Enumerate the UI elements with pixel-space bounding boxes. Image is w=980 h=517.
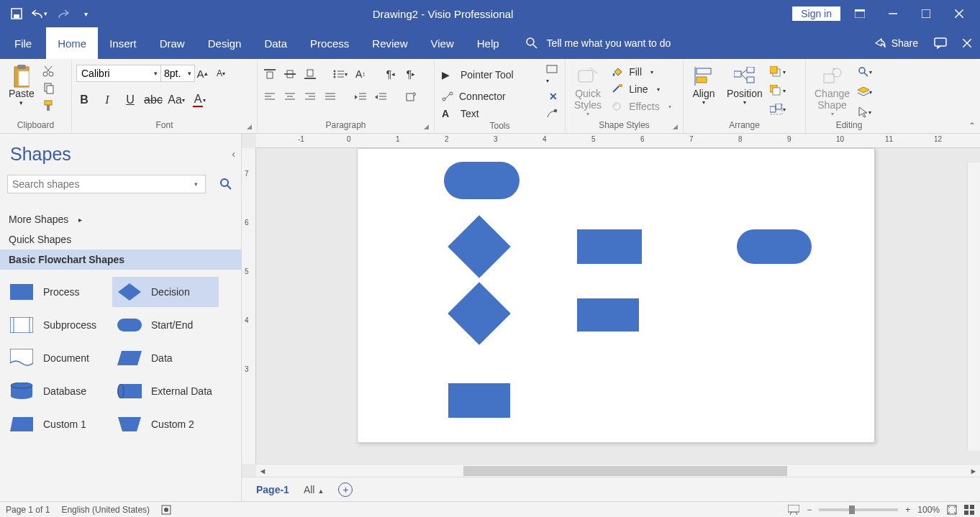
tell-me-search[interactable]: Tell me what you want to do: [525, 27, 671, 59]
tab-design[interactable]: Design: [196, 27, 253, 59]
align-button[interactable]: Align▾: [688, 62, 720, 106]
tab-data[interactable]: Data: [253, 27, 299, 59]
decrease-indent-button[interactable]: [353, 89, 368, 105]
copy-button[interactable]: [42, 82, 55, 95]
rectangle-tool-button[interactable]: ▾: [546, 65, 558, 85]
align-left-button[interactable]: [262, 89, 278, 105]
bold-button[interactable]: B: [76, 92, 92, 108]
bullets-button[interactable]: ▾: [332, 66, 348, 82]
ruler-vertical[interactable]: 7 6 5 4 3: [242, 148, 256, 464]
styles-dialog-launcher[interactable]: ◢: [673, 123, 681, 132]
collapse-shapes-button[interactable]: ‹: [232, 148, 235, 160]
text-direction-button[interactable]: A↕: [353, 66, 368, 82]
line-button[interactable]: Line▾: [609, 82, 674, 96]
zoom-in-button[interactable]: +: [905, 505, 910, 515]
select-button[interactable]: ▾: [857, 105, 873, 119]
paragraph-dialog-launcher[interactable]: ◢: [424, 123, 432, 132]
find-button[interactable]: ▾: [857, 65, 873, 79]
cut-button[interactable]: [42, 65, 55, 78]
font-color-button[interactable]: A▾: [191, 92, 207, 108]
stencil-external-data[interactable]: External Data: [112, 376, 219, 406]
ink-tool-button[interactable]: [546, 109, 558, 119]
stencil-database[interactable]: Database: [4, 376, 111, 406]
change-shape-button[interactable]: Change Shape▾: [810, 62, 854, 117]
zoom-level[interactable]: 100%: [917, 505, 940, 515]
underline-button[interactable]: U: [122, 92, 138, 108]
font-size-input[interactable]: [160, 65, 195, 82]
fill-button[interactable]: Fill▾: [609, 65, 674, 79]
ltr-button[interactable]: ¶▸: [403, 66, 419, 82]
stencil-data[interactable]: Data: [112, 343, 219, 373]
send-back-button[interactable]: ▾: [770, 83, 786, 98]
justify-button[interactable]: [322, 89, 338, 105]
align-right-button[interactable]: [302, 89, 318, 105]
ruler-horizontal[interactable]: -1 0 1 2 3 4 5 6 7 8 9 10 11 12: [256, 134, 980, 148]
align-top-button[interactable]: [262, 66, 278, 82]
group-button[interactable]: ▾: [770, 102, 786, 116]
tab-draw[interactable]: Draw: [148, 27, 196, 59]
maximize-button[interactable]: [912, 0, 940, 27]
stencil-subprocess[interactable]: Subprocess: [4, 310, 111, 340]
close-pane-button[interactable]: [963, 39, 971, 47]
align-center-button[interactable]: [282, 89, 298, 105]
tab-help[interactable]: Help: [466, 27, 511, 59]
bring-front-button[interactable]: ▾: [770, 65, 786, 79]
shape-process-3[interactable]: [448, 383, 510, 418]
language-indicator[interactable]: English (United States): [61, 505, 150, 515]
macro-recording-button[interactable]: [161, 505, 171, 515]
tab-review[interactable]: Review: [360, 27, 419, 59]
effects-button[interactable]: Effects▾: [609, 99, 674, 114]
stencil-process[interactable]: Process: [4, 277, 111, 307]
connector-tool-button[interactable]: Connector: [459, 91, 543, 102]
collapse-ribbon-button[interactable]: ⌃: [968, 121, 976, 131]
align-middle-button[interactable]: [282, 66, 298, 82]
strikethrough-button[interactable]: abc: [145, 92, 161, 108]
share-button[interactable]: Share: [874, 37, 918, 49]
redo-button[interactable]: [55, 6, 71, 22]
page-indicator[interactable]: Page 1 of 1: [6, 505, 50, 515]
presentation-mode-button[interactable]: [788, 505, 799, 515]
scrollbar-horizontal[interactable]: ◄ ►: [256, 464, 980, 477]
undo-button[interactable]: ▾: [32, 6, 47, 22]
tab-home[interactable]: Home: [46, 27, 98, 59]
basic-flowchart-nav[interactable]: Basic Flowchart Shapes: [0, 250, 241, 270]
stencil-document[interactable]: Document: [4, 343, 111, 373]
scroll-thumb[interactable]: [463, 466, 787, 476]
text-tool-button[interactable]: Text: [460, 108, 540, 119]
minimize-button[interactable]: [879, 0, 907, 27]
scroll-left-button[interactable]: ◄: [256, 467, 269, 475]
stencil-custom1[interactable]: Custom 1: [4, 409, 111, 439]
font-dialog-launcher[interactable]: ◢: [247, 123, 255, 132]
increase-font-button[interactable]: A▴: [194, 65, 210, 81]
zoom-slider[interactable]: [819, 508, 898, 511]
decrease-font-button[interactable]: A▾: [213, 65, 229, 81]
shape-decision-1[interactable]: [448, 215, 511, 278]
shape-process-2[interactable]: [577, 298, 639, 331]
search-icon[interactable]: [218, 176, 234, 192]
stencil-decision[interactable]: Decision: [112, 277, 219, 307]
more-shapes-nav[interactable]: More Shapes▸: [0, 209, 241, 229]
format-painter-button[interactable]: [42, 99, 55, 112]
pointer-tool-button[interactable]: Pointer Tool: [460, 69, 540, 81]
shape-process-1[interactable]: [577, 229, 642, 264]
position-button[interactable]: Position▾: [722, 62, 767, 106]
scrollbar-vertical[interactable]: [967, 163, 980, 451]
increase-indent-button[interactable]: [373, 89, 389, 105]
zoom-out-button[interactable]: −: [807, 505, 812, 515]
font-name-input[interactable]: [76, 65, 163, 82]
fit-window-button[interactable]: [964, 505, 974, 515]
stencil-startend[interactable]: Start/End: [112, 310, 219, 340]
rtl-button[interactable]: ¶◂: [383, 66, 399, 82]
shape-decision-2[interactable]: [448, 282, 511, 345]
quick-styles-button[interactable]: Quick Styles▾: [570, 62, 606, 117]
fit-page-button[interactable]: [947, 505, 957, 515]
search-shapes-input[interactable]: [7, 175, 206, 193]
connection-point-button[interactable]: ✕: [549, 91, 558, 102]
qat-customize[interactable]: ▾: [78, 6, 94, 22]
close-button[interactable]: [945, 0, 973, 27]
sign-in-button[interactable]: Sign in: [792, 6, 840, 21]
rotate-text-button[interactable]: [403, 89, 419, 105]
ribbon-display-options[interactable]: [846, 0, 874, 27]
page-tab-1[interactable]: Page-1: [256, 484, 289, 495]
paste-button[interactable]: Paste ▾: [4, 62, 39, 106]
